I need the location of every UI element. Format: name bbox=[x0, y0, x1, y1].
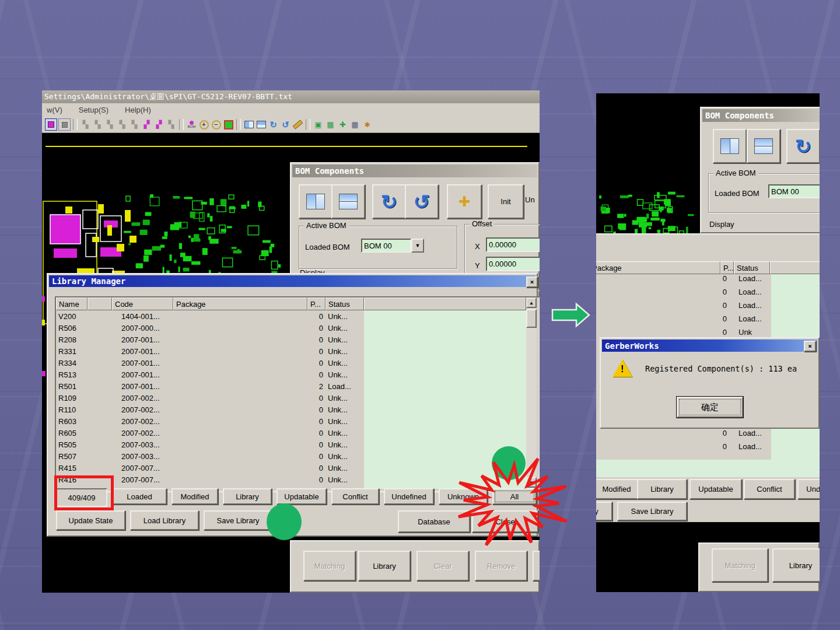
table-row[interactable]: R5072007-003...0Unk... bbox=[56, 450, 364, 462]
table-row[interactable]: 0Load... bbox=[596, 429, 771, 442]
table-row[interactable]: 0Load... bbox=[596, 288, 771, 301]
table-row[interactable]: R5012007-001...2Load... bbox=[56, 380, 364, 392]
table-row[interactable]: R3312007-001...0Unk... bbox=[56, 345, 364, 357]
split-horizontal-button[interactable] bbox=[331, 184, 365, 219]
column-header-Status[interactable]: Status bbox=[734, 261, 770, 274]
pan-icon[interactable]: ▚ bbox=[80, 119, 91, 130]
init-button[interactable]: Init bbox=[488, 184, 524, 219]
split-vertical-button[interactable] bbox=[299, 184, 332, 219]
filter-button-all[interactable]: All bbox=[492, 488, 537, 505]
table-row[interactable]: R5052007-003...0Unk... bbox=[56, 439, 364, 450]
column-header-Code[interactable]: Code bbox=[112, 298, 173, 310]
column-header-Status[interactable]: Status bbox=[326, 298, 364, 310]
vertical-scrollbar[interactable]: ▲▼ bbox=[526, 298, 537, 489]
rotate-cw-button[interactable]: ↻ bbox=[786, 129, 820, 163]
group-icon[interactable]: ▚ bbox=[117, 119, 128, 130]
button-matching[interactable]: Matching bbox=[303, 551, 356, 581]
column-header-Package[interactable]: Package bbox=[596, 261, 720, 274]
column-header-Package[interactable]: Package bbox=[173, 298, 307, 310]
prev-icon[interactable]: ▚ bbox=[92, 119, 103, 130]
sheet-icon[interactable]: ▦ bbox=[349, 119, 360, 130]
filter-button-updatable[interactable]: Updatable bbox=[276, 488, 327, 505]
button-library[interactable]: Library bbox=[358, 551, 411, 581]
loaded-bom-select[interactable]: BOM 00 bbox=[768, 184, 820, 198]
column-header-blank[interactable] bbox=[770, 261, 820, 274]
menu-item-helph[interactable]: Help(H) bbox=[125, 106, 151, 114]
rotate-cw-button[interactable]: ↻ bbox=[372, 184, 406, 219]
column-header-Name[interactable]: Name bbox=[56, 298, 88, 310]
table-row[interactable]: 0Load... bbox=[596, 274, 771, 288]
move-button[interactable]: ✚ bbox=[447, 184, 482, 219]
ok-button[interactable]: 确定 bbox=[677, 397, 743, 418]
button-load-library[interactable]: Load Library bbox=[130, 510, 199, 530]
rotate-ccw-icon[interactable]: ↺ bbox=[280, 119, 291, 130]
database-button[interactable]: Database bbox=[398, 510, 470, 533]
filter-button-unknown[interactable]: Unknown bbox=[439, 488, 488, 505]
button-clipped[interactable] bbox=[533, 551, 540, 581]
filter-button-undefined[interactable]: Undefined bbox=[797, 479, 820, 499]
table-row[interactable]: R6032007-002...0Unk... bbox=[56, 415, 364, 427]
table-row[interactable]: R2082007-001...0Unk... bbox=[56, 334, 364, 345]
table-row[interactable]: 0Load... bbox=[596, 442, 771, 456]
filter-button-library[interactable]: Library bbox=[223, 488, 272, 505]
split-vertical-icon[interactable] bbox=[243, 119, 254, 130]
loaded-bom-select[interactable]: BOM 00 bbox=[361, 239, 411, 253]
filter-button-undefined[interactable]: Undefined bbox=[384, 488, 434, 505]
scroll-up-button[interactable]: ▲ bbox=[526, 298, 537, 308]
rotate-ccw-button[interactable]: ↺ bbox=[405, 184, 439, 219]
table-row[interactable]: R6052007-002...0Unk... bbox=[56, 427, 364, 439]
table-row[interactable]: 0Load... bbox=[596, 301, 771, 314]
close-button[interactable]: Close bbox=[472, 510, 538, 533]
button-update-state[interactable]: Update State bbox=[56, 510, 125, 530]
cluster-icon[interactable]: ▞ bbox=[141, 119, 152, 130]
filter-button-conflict[interactable]: Conflict bbox=[331, 488, 379, 505]
rotate-cw-icon[interactable]: ↻ bbox=[268, 119, 279, 130]
split-vertical-button[interactable] bbox=[713, 129, 747, 163]
locate-icon[interactable]: ▣ bbox=[313, 119, 324, 130]
scroll-thumb[interactable] bbox=[526, 309, 537, 328]
array-icon[interactable]: ▦ bbox=[325, 119, 336, 130]
match-icon[interactable]: ▞ bbox=[153, 119, 164, 130]
close-icon[interactable]: × bbox=[526, 276, 538, 288]
filter-button-loaded[interactable]: Loaded bbox=[112, 488, 167, 505]
button-library[interactable]: Library bbox=[772, 548, 820, 582]
settings-icon[interactable]: ✱ bbox=[362, 119, 373, 130]
filter-button-conflict[interactable]: Conflict bbox=[744, 479, 795, 499]
button-clear[interactable]: Clear bbox=[416, 551, 469, 581]
column-header-P...[interactable]: P... bbox=[720, 261, 734, 274]
table-row[interactable]: R1092007-002...0Unk... bbox=[56, 392, 364, 404]
zoom-in-icon[interactable]: + bbox=[198, 119, 209, 130]
origin-icon[interactable] bbox=[58, 118, 71, 131]
button-library[interactable]: Library bbox=[596, 502, 612, 521]
offset-x-field[interactable]: 0.00000 bbox=[486, 237, 540, 252]
zoom-out-icon[interactable]: − bbox=[211, 119, 222, 130]
button-remove[interactable]: Remove bbox=[475, 551, 527, 581]
component-table[interactable]: NameCodePackageP...StatusV2001404-001...… bbox=[55, 296, 540, 492]
select-icon[interactable] bbox=[45, 118, 57, 131]
menu-item-setups[interactable]: Setup(S) bbox=[79, 106, 108, 114]
split-horizontal-button[interactable] bbox=[747, 129, 780, 163]
center-icon[interactable]: ✚ bbox=[337, 119, 348, 130]
button-save-library[interactable]: Save Library bbox=[204, 510, 272, 530]
table-row[interactable]: R5132007-001...0Unk... bbox=[56, 369, 364, 380]
zoom-fit-icon[interactable] bbox=[223, 119, 234, 130]
split-horizontal-icon[interactable] bbox=[256, 119, 267, 130]
table-row[interactable]: R4152007-007...0Unk... bbox=[56, 462, 364, 474]
filter-button-library[interactable]: Library bbox=[637, 479, 687, 499]
loaded-bom-dropdown-button[interactable]: ▼ bbox=[411, 239, 424, 253]
table-row[interactable]: R5062007-000...0Unk... bbox=[56, 322, 364, 334]
menu-item-wv[interactable]: w(V) bbox=[47, 106, 62, 114]
mirror-icon[interactable]: ▚ bbox=[166, 119, 177, 130]
clipped-button-label[interactable]: Un bbox=[525, 195, 535, 204]
table-row[interactable]: V2001404-001...0Unk... bbox=[56, 310, 364, 322]
measure-icon[interactable] bbox=[292, 119, 303, 130]
close-icon[interactable]: × bbox=[804, 341, 816, 352]
offset-y-field[interactable]: 0.00000 bbox=[486, 257, 540, 271]
pick-icon[interactable]: ▚ bbox=[129, 119, 140, 130]
scroll-down-button[interactable]: ▼ bbox=[526, 477, 537, 488]
filter-button-modified[interactable]: Modified bbox=[172, 488, 218, 505]
filter-button-updatable[interactable]: Updatable bbox=[690, 479, 742, 499]
table-row[interactable]: R1102007-002...0Unk... bbox=[56, 404, 364, 415]
column-header-P...[interactable]: P... bbox=[307, 298, 326, 310]
bom-icon[interactable]: BOM bbox=[186, 119, 197, 130]
